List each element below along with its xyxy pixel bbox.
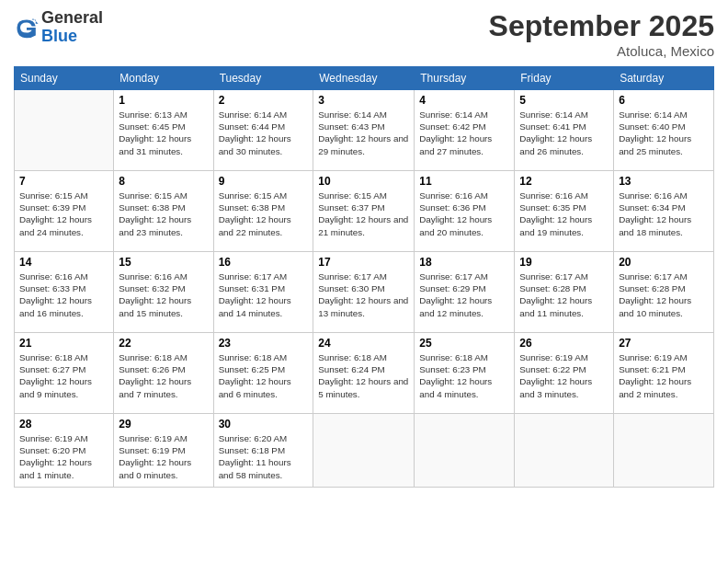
day-number: 25 [419,337,509,350]
calendar-cell: 2Sunrise: 6:14 AM Sunset: 6:44 PM Daylig… [213,90,313,171]
calendar-cell: 21Sunrise: 6:18 AM Sunset: 6:27 PM Dayli… [15,333,114,414]
day-of-week-header: Thursday [415,67,515,90]
day-info: Sunrise: 6:16 AM Sunset: 6:33 PM Dayligh… [19,270,108,319]
calendar-cell: 8Sunrise: 6:15 AM Sunset: 6:38 PM Daylig… [114,171,213,252]
calendar-cell: 13Sunrise: 6:16 AM Sunset: 6:34 PM Dayli… [614,171,714,252]
calendar-cell: 24Sunrise: 6:18 AM Sunset: 6:24 PM Dayli… [313,333,415,414]
calendar-cell: 28Sunrise: 6:19 AM Sunset: 6:20 PM Dayli… [15,414,114,488]
location: Atoluca, Mexico [489,43,714,59]
day-info: Sunrise: 6:14 AM Sunset: 6:41 PM Dayligh… [519,109,609,157]
calendar-cell: 9Sunrise: 6:15 AM Sunset: 6:38 PM Daylig… [213,171,313,252]
day-number: 30 [219,418,309,431]
logo-text: General Blue [41,9,103,46]
calendar-week-row: 28Sunrise: 6:19 AM Sunset: 6:20 PM Dayli… [15,414,714,488]
calendar-cell: 6Sunrise: 6:14 AM Sunset: 6:40 PM Daylig… [614,90,714,171]
calendar-cell: 3Sunrise: 6:14 AM Sunset: 6:43 PM Daylig… [313,90,415,171]
day-info: Sunrise: 6:18 AM Sunset: 6:24 PM Dayligh… [318,351,409,400]
day-of-week-header: Sunday [15,67,114,90]
day-info: Sunrise: 6:19 AM Sunset: 6:20 PM Dayligh… [19,432,108,481]
day-number: 4 [419,94,509,107]
calendar-week-row: 1Sunrise: 6:13 AM Sunset: 6:45 PM Daylig… [15,90,714,171]
day-number: 20 [619,256,709,269]
day-number: 6 [619,94,709,107]
day-number: 1 [119,94,208,107]
calendar-cell: 29Sunrise: 6:19 AM Sunset: 6:19 PM Dayli… [114,414,213,488]
day-number: 12 [519,175,609,188]
calendar-header-row: SundayMondayTuesdayWednesdayThursdayFrid… [15,67,714,90]
calendar-week-row: 14Sunrise: 6:16 AM Sunset: 6:33 PM Dayli… [15,252,714,333]
day-info: Sunrise: 6:18 AM Sunset: 6:25 PM Dayligh… [219,351,309,400]
calendar-cell [614,414,714,488]
calendar-cell: 22Sunrise: 6:18 AM Sunset: 6:26 PM Dayli… [114,333,213,414]
day-info: Sunrise: 6:17 AM Sunset: 6:31 PM Dayligh… [219,270,309,319]
day-number: 16 [219,256,309,269]
day-number: 7 [19,175,108,188]
day-info: Sunrise: 6:19 AM Sunset: 6:21 PM Dayligh… [619,351,709,400]
day-info: Sunrise: 6:18 AM Sunset: 6:26 PM Dayligh… [119,351,208,400]
calendar-cell: 18Sunrise: 6:17 AM Sunset: 6:29 PM Dayli… [415,252,515,333]
day-info: Sunrise: 6:16 AM Sunset: 6:34 PM Dayligh… [619,190,709,238]
logo-icon [14,15,40,40]
day-number: 21 [19,337,108,350]
day-number: 24 [318,337,409,350]
day-number: 26 [519,337,609,350]
calendar-cell: 16Sunrise: 6:17 AM Sunset: 6:31 PM Dayli… [213,252,313,333]
day-number: 27 [619,337,709,350]
day-number: 11 [419,175,509,188]
day-info: Sunrise: 6:19 AM Sunset: 6:19 PM Dayligh… [119,432,208,481]
calendar-cell: 17Sunrise: 6:17 AM Sunset: 6:30 PM Dayli… [313,252,415,333]
calendar-cell: 30Sunrise: 6:20 AM Sunset: 6:18 PM Dayli… [213,414,313,488]
day-info: Sunrise: 6:19 AM Sunset: 6:22 PM Dayligh… [519,351,609,400]
day-info: Sunrise: 6:13 AM Sunset: 6:45 PM Dayligh… [119,109,208,157]
calendar-cell [15,90,114,171]
day-number: 10 [318,175,409,188]
day-number: 3 [318,94,409,107]
calendar-cell: 12Sunrise: 6:16 AM Sunset: 6:35 PM Dayli… [515,171,614,252]
day-number: 17 [318,256,409,269]
day-number: 22 [119,337,208,350]
day-info: Sunrise: 6:14 AM Sunset: 6:43 PM Dayligh… [318,109,409,157]
day-info: Sunrise: 6:17 AM Sunset: 6:29 PM Dayligh… [419,270,509,319]
header: General Blue September 2025 Atoluca, Mex… [14,9,714,59]
calendar-cell: 26Sunrise: 6:19 AM Sunset: 6:22 PM Dayli… [515,333,614,414]
day-info: Sunrise: 6:14 AM Sunset: 6:42 PM Dayligh… [419,109,509,157]
day-number: 8 [119,175,208,188]
day-number: 13 [619,175,709,188]
day-info: Sunrise: 6:15 AM Sunset: 6:38 PM Dayligh… [119,190,208,238]
day-number: 2 [219,94,309,107]
calendar-cell: 11Sunrise: 6:16 AM Sunset: 6:36 PM Dayli… [415,171,515,252]
day-number: 19 [519,256,609,269]
day-of-week-header: Tuesday [213,67,313,90]
logo-line2: Blue [41,28,103,46]
day-info: Sunrise: 6:15 AM Sunset: 6:39 PM Dayligh… [19,190,108,238]
day-info: Sunrise: 6:20 AM Sunset: 6:18 PM Dayligh… [219,432,309,481]
page: General Blue September 2025 Atoluca, Mex… [0,0,728,563]
calendar-cell: 25Sunrise: 6:18 AM Sunset: 6:23 PM Dayli… [415,333,515,414]
calendar-cell [415,414,515,488]
calendar-cell: 1Sunrise: 6:13 AM Sunset: 6:45 PM Daylig… [114,90,213,171]
day-info: Sunrise: 6:17 AM Sunset: 6:28 PM Dayligh… [619,270,709,319]
calendar-week-row: 7Sunrise: 6:15 AM Sunset: 6:39 PM Daylig… [15,171,714,252]
day-info: Sunrise: 6:16 AM Sunset: 6:35 PM Dayligh… [519,190,609,238]
title-block: September 2025 Atoluca, Mexico [489,9,714,59]
calendar-week-row: 21Sunrise: 6:18 AM Sunset: 6:27 PM Dayli… [15,333,714,414]
day-info: Sunrise: 6:15 AM Sunset: 6:38 PM Dayligh… [219,190,309,238]
calendar-cell: 23Sunrise: 6:18 AM Sunset: 6:25 PM Dayli… [213,333,313,414]
day-info: Sunrise: 6:18 AM Sunset: 6:27 PM Dayligh… [19,351,108,400]
day-number: 15 [119,256,208,269]
day-info: Sunrise: 6:15 AM Sunset: 6:37 PM Dayligh… [318,190,409,238]
calendar-cell: 4Sunrise: 6:14 AM Sunset: 6:42 PM Daylig… [415,90,515,171]
day-number: 18 [419,256,509,269]
calendar-cell: 10Sunrise: 6:15 AM Sunset: 6:37 PM Dayli… [313,171,415,252]
day-number: 28 [19,418,108,431]
day-number: 14 [19,256,108,269]
day-of-week-header: Friday [515,67,614,90]
day-of-week-header: Monday [114,67,213,90]
calendar-cell: 20Sunrise: 6:17 AM Sunset: 6:28 PM Dayli… [614,252,714,333]
day-of-week-header: Wednesday [313,67,415,90]
calendar-cell: 27Sunrise: 6:19 AM Sunset: 6:21 PM Dayli… [614,333,714,414]
calendar-cell [313,414,415,488]
calendar-cell [515,414,614,488]
calendar-cell: 5Sunrise: 6:14 AM Sunset: 6:41 PM Daylig… [515,90,614,171]
day-info: Sunrise: 6:16 AM Sunset: 6:36 PM Dayligh… [419,190,509,238]
